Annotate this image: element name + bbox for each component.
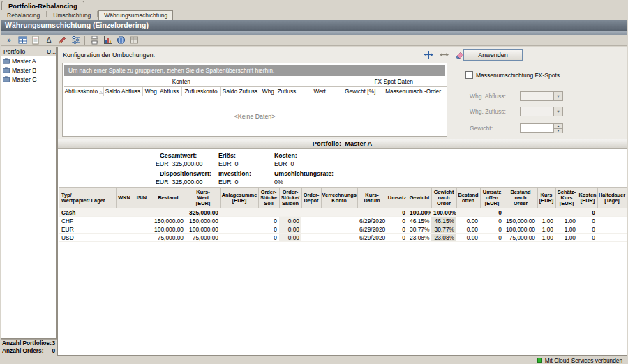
portfolio-header: Portfolio: Master A bbox=[58, 139, 627, 149]
summary-value: EUR 0 bbox=[274, 160, 294, 167]
column-header-haltedauer[interactable]: Haltedauer [Tage] bbox=[597, 188, 627, 208]
column-header-umsatz[interactable]: Umsatz bbox=[387, 188, 408, 208]
table-view-button[interactable] bbox=[16, 36, 29, 45]
portfolio-list-panel: Portfolio U... Master A Master B Master … bbox=[1, 47, 57, 339]
cfg-column-whg-zufluss[interactable]: Whg. Zufluss bbox=[260, 86, 299, 96]
dropdown-icon[interactable]: ▼ bbox=[553, 92, 562, 100]
sort-asc-icon: △ bbox=[99, 90, 103, 94]
column-header-kurswert[interactable]: Kurs- Wert [EUR] bbox=[186, 188, 220, 208]
table-row-cash[interactable]: Cash 325,000.00 0 100.00% 100.00% 0 bbox=[59, 208, 627, 217]
toolbar-separator bbox=[84, 36, 85, 45]
pencil-icon bbox=[58, 36, 67, 45]
table-row-usd[interactable]: USD 75,000.00 75,000.00 0 0.00 6/29/2020… bbox=[59, 234, 627, 242]
cfg-column-gewicht[interactable]: Gewicht [%] bbox=[341, 86, 380, 96]
group-header-blank bbox=[299, 77, 341, 86]
group-by-hint: Um nach einer Spalte zu gruppieren, zieh… bbox=[64, 65, 445, 76]
cell bbox=[258, 208, 279, 217]
cell: 0 bbox=[480, 217, 504, 225]
column-header-umsatz-offen[interactable]: Umsatz offen [EUR] bbox=[480, 188, 504, 208]
empty-data-text: <Keine Daten> bbox=[63, 96, 447, 137]
cell: 0 bbox=[258, 234, 279, 242]
column-header-order-depot[interactable]: Order- Depot bbox=[301, 188, 321, 208]
column-header-wkn[interactable]: WKN bbox=[116, 188, 133, 208]
gewicht-stepper[interactable]: ▲ ▼ bbox=[520, 123, 563, 133]
massenumschichtung-checkbox[interactable] bbox=[465, 71, 473, 79]
column-header-order-stuecke-soll[interactable]: Order- Stücke Soll bbox=[258, 188, 279, 208]
column-header-kursdatum[interactable]: Kurs- Datum bbox=[357, 188, 387, 208]
stepper-buttons: ▲ ▼ bbox=[553, 124, 562, 132]
cell: 0 bbox=[387, 217, 408, 225]
globe-button[interactable] bbox=[114, 36, 127, 45]
run-icon: » bbox=[7, 37, 11, 44]
column-header-u[interactable]: U... bbox=[45, 47, 56, 56]
cell: 1.00 bbox=[555, 234, 578, 242]
apply-button[interactable]: Anwenden bbox=[463, 49, 523, 61]
cell bbox=[133, 225, 151, 234]
positions-table: Typ/ Wertpapier/ Lager WKN ISIN Bestand … bbox=[59, 187, 627, 242]
layout-button[interactable] bbox=[128, 36, 140, 45]
table-row-chf[interactable]: CHF 150,000.00 150,000.00 0 0.00 6/29/20… bbox=[59, 217, 627, 225]
list-item-master-a[interactable]: Master A bbox=[1, 56, 56, 66]
whg-abfluss-select[interactable]: ▼ bbox=[520, 91, 563, 101]
cfg-column-whg-abfluss[interactable]: Whg. Abfluss bbox=[142, 86, 181, 96]
orders-button[interactable] bbox=[29, 36, 42, 45]
column-header-kosten[interactable]: Kosten [EUR] bbox=[578, 188, 597, 208]
column-header-bestand[interactable]: Bestand bbox=[151, 188, 186, 208]
summary-label: Gesamtwert: bbox=[160, 152, 197, 159]
run-button[interactable]: » bbox=[3, 36, 15, 45]
tab-waehrungsumschichtung[interactable]: Währungsumschichtung bbox=[98, 10, 173, 20]
table-row-eur[interactable]: EUR 100,000.00 100,000.00 0 0.00 6/29/20… bbox=[59, 225, 627, 234]
gewicht-value bbox=[521, 124, 553, 132]
whg-zufluss-select[interactable]: ▼ bbox=[520, 107, 563, 116]
column-header-bestand-offen[interactable]: Bestand offen bbox=[456, 188, 480, 208]
cfg-column-saldo-abfluss[interactable]: Saldo Abfluss bbox=[103, 86, 142, 96]
fit-columns-button[interactable] bbox=[422, 50, 435, 59]
delta-button[interactable]: Δ bbox=[43, 36, 55, 45]
cell: 150,000.00 bbox=[186, 217, 220, 225]
column-header-portfolio[interactable]: Portfolio bbox=[1, 47, 45, 56]
spin-down-icon[interactable]: ▼ bbox=[554, 129, 562, 133]
print-button[interactable] bbox=[88, 36, 100, 45]
column-header-gewicht-nach-order[interactable]: Gewicht nach Order bbox=[431, 188, 456, 208]
list-item-master-b[interactable]: Master B bbox=[1, 66, 56, 75]
tab-rebalancing[interactable]: Rebalancing bbox=[1, 10, 45, 20]
edit-button[interactable] bbox=[56, 36, 68, 45]
portfolio-count-value: 3 bbox=[52, 340, 55, 347]
cell bbox=[597, 234, 627, 242]
column-header-verrechnungskonto[interactable]: Verrechnungs- Konto bbox=[321, 188, 357, 208]
cell bbox=[301, 217, 321, 225]
cell bbox=[301, 208, 321, 217]
chart-icon bbox=[103, 36, 112, 45]
tab-umschichtung[interactable]: Umschichtung bbox=[47, 10, 96, 20]
column-header-gewicht[interactable]: Gewicht bbox=[408, 188, 431, 208]
cloud-status-text: Mit Cloud-Services verbunden bbox=[545, 357, 622, 364]
cell: 100,000.00 bbox=[186, 225, 220, 234]
cloud-status-icon bbox=[537, 358, 542, 363]
cfg-column-massenumsch-order[interactable]: Massenumsch.-Order bbox=[380, 86, 447, 96]
column-header-order-stuecke-salden[interactable]: Order- Stücke/ Salden bbox=[279, 188, 301, 208]
list-item-master-c[interactable]: Master C bbox=[1, 75, 56, 84]
filter-settings-button[interactable] bbox=[69, 36, 82, 45]
cell: 100,000.00 bbox=[151, 225, 186, 234]
gewicht-label: Gewicht: bbox=[470, 125, 493, 132]
fx-spots-panel: Massenumschichtung FX-Spots Whg. Abfluss… bbox=[456, 63, 624, 139]
cell: 30.77% bbox=[408, 225, 431, 234]
column-header-isin[interactable]: ISIN bbox=[133, 188, 151, 208]
cfg-column-zuflusskonto[interactable]: Zuflusskonto bbox=[181, 86, 220, 96]
column-header-anlagesumme[interactable]: Anlagesumme [EUR] bbox=[220, 188, 258, 208]
column-header-kurs[interactable]: Kurs [EUR] bbox=[537, 188, 555, 208]
cell bbox=[220, 208, 258, 217]
window-tab-bar: Portfolio-Rebalancing bbox=[0, 0, 628, 10]
cfg-column-abflusskonto[interactable]: Abflusskonto △ bbox=[64, 86, 103, 96]
column-header-schaetz-kurs[interactable]: Schätz- Kurs [EUR] bbox=[555, 188, 578, 208]
list-item-label: Master A bbox=[12, 58, 36, 65]
reset-columns-button[interactable] bbox=[438, 50, 450, 59]
cfg-column-saldo-zufluss[interactable]: Saldo Zufluss bbox=[220, 86, 260, 96]
spin-up-icon[interactable]: ▲ bbox=[554, 124, 562, 129]
cfg-column-wert[interactable]: Wert bbox=[299, 86, 341, 96]
column-header-typ[interactable]: Typ/ Wertpapier/ Lager bbox=[59, 188, 116, 208]
column-header-bestand-nach-order[interactable]: Bestand nach Order bbox=[504, 188, 537, 208]
chart-button[interactable] bbox=[101, 36, 114, 45]
dropdown-icon[interactable]: ▼ bbox=[553, 107, 562, 116]
window-tab-portfolio-rebalancing[interactable]: Portfolio-Rebalancing bbox=[1, 1, 84, 10]
